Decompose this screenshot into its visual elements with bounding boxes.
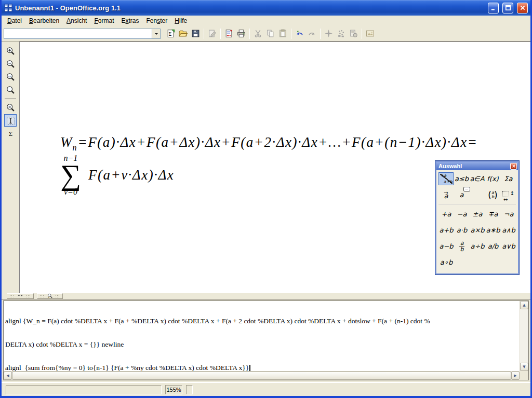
combobox-dropdown-button[interactable] [152,29,160,38]
navigator-icon [324,29,333,38]
autopilot-button [335,28,347,39]
formula-line-2: n−1 ∑ ν=0 F(a+ν·Δx)·Δx [60,154,477,196]
palette-category-brackets[interactable]: (ab) [485,188,500,201]
open-folder-icon [179,29,188,38]
scroll-down-button[interactable]: ▼ [520,363,528,371]
palette-symbol-button[interactable]: a·b [455,224,470,237]
print-button[interactable] [235,28,247,39]
palette-symbol-button[interactable]: a∗b [486,224,501,237]
palette-category-other[interactable]: a··· [454,188,469,201]
symbols-catalog-button[interactable]: Σ [4,127,17,140]
palette-symbol-button[interactable]: +a [439,208,454,221]
scroll-track[interactable] [520,309,528,363]
palette-symbol-button[interactable]: a∨b [501,240,516,253]
fraction-icon: ab [459,240,465,252]
toolbar-separator [249,29,250,39]
menu-hilfe[interactable]: Hilfe [171,16,191,25]
update-view-button[interactable] [4,101,17,114]
save-floppy-icon [191,29,200,38]
menu-datei[interactable]: Datei [4,16,25,25]
palette-symbol-button[interactable]: a∧b [501,224,516,237]
gallery-icon [366,29,375,38]
palette-symbol-button[interactable]: ±a [470,208,485,221]
palette-symbol-button[interactable]: a+b [439,224,454,237]
url-input[interactable] [4,29,152,38]
zoom-100-icon: 100 [6,73,15,81]
menu-format[interactable]: Format [90,16,117,25]
palette-symbol-button[interactable]: −a [455,208,470,221]
app-icon[interactable] [4,4,12,12]
zoom-all-button[interactable] [4,84,17,96]
scrollbar-corner [520,371,528,380]
menu-extras[interactable]: Extras [118,16,143,25]
zoom-in-button[interactable] [4,45,17,57]
palette-symbol-button[interactable]: a−b [439,240,454,253]
palette-category-operators[interactable]: Σa [501,172,516,185]
palette-category-attributes[interactable]: →a [438,188,454,201]
save-button[interactable] [190,28,202,39]
formula-line-1: Wn=F(a)·Δx+F(a+Δx)·Δx+F(a+2·Δx)·Δx+…+F(a… [60,134,477,150]
palette-category-formats[interactable]: ↕↔ [501,188,516,201]
toolbar-separator [220,29,221,39]
splitter-tool-handle[interactable] [37,293,63,299]
palette-symbol-button[interactable]: ¬a [501,208,516,221]
palette-categories: +aa+ba≤ba∈Af(x)Σa→aa···(ab)↕↔ [438,172,517,201]
palette-close-button[interactable] [510,163,517,170]
palette-symbol-button[interactable]: a÷b [470,240,485,253]
horizontal-scrollbar[interactable]: ◀ ▶ [4,371,520,380]
grip-dots [9,295,15,298]
vertical-scrollbar[interactable]: ▲ ▼ [520,301,528,371]
undo-button[interactable] [294,28,305,39]
scroll-left-button[interactable]: ◀ [4,372,12,380]
palette-category-set-operations[interactable]: a∈A [470,172,485,185]
formula-display: Wn=F(a)·Δx+F(a+Δx)·Δx+F(a+2·Δx)·Δx+…+F(a… [60,134,477,196]
hide-commands-handle[interactable] [7,293,34,299]
menu-bearbeiten[interactable]: Bearbeiten [25,16,63,25]
paste-button [277,28,289,39]
formula-source-editor[interactable]: alignl {W_n = F(a) cdot %DELTA x + F(a +… [4,301,520,371]
zoom-100-button[interactable]: 100 [4,71,17,83]
grip-dots [55,295,60,298]
palette-symbol-button[interactable]: a×b [470,224,485,237]
palette-symbol-row: a−baba÷ba/ba∨b [438,238,517,254]
menu-fenster[interactable]: Fenster [143,16,171,25]
palette-category-relations[interactable]: a≤b [454,172,469,185]
scroll-thumb[interactable] [12,372,511,380]
formula-subscript-n: n [73,143,77,153]
scroll-up-button[interactable]: ▲ [520,301,528,309]
undo-icon [295,29,304,38]
url-combobox[interactable] [4,29,161,39]
toolbar-separator [320,29,321,39]
palette-symbol-button[interactable]: a/b [486,240,501,253]
open-button[interactable] [177,28,189,39]
svg-text:Σ: Σ [8,130,12,138]
copy-icon [266,29,275,38]
svg-text:Σ: Σ [169,31,172,37]
palette-symbol-button[interactable]: ∓a [486,208,501,221]
export-document-button[interactable] [223,28,235,39]
palette-category-unary-binary-operators[interactable]: +aa+b [438,172,454,185]
formula-line2-body: F(a+ν·Δx)·Δx [88,167,174,183]
sigma-glyph: ∑ [60,162,81,187]
toolbar-separator [291,29,291,39]
palette-category-functions[interactable]: f(x) [485,172,500,185]
minimize-button[interactable] [488,3,499,13]
formula-line1-body: =F(a)·Δx+F(a+Δx)·Δx+F(a+2·Δx)·Δx+…+F(a+(… [78,134,478,150]
minimize-icon [490,5,497,11]
scroll-right-button[interactable]: ▶ [511,372,520,380]
palette-title-bar[interactable]: Auswahl [436,162,518,170]
formula-cursor-button[interactable] [4,114,17,127]
close-button[interactable] [517,3,528,13]
menu-ansicht[interactable]: Ansicht [63,16,90,25]
zoom-out-button[interactable] [4,58,17,70]
palette-symbol-button[interactable]: ab [455,240,470,253]
zoom-level-panel[interactable]: 155% [165,385,182,394]
sigma-doc-icon: Σ [166,29,175,38]
window-title: Unbenannt1 - OpenOffice.org 1.1 [15,4,484,12]
maximize-button[interactable] [502,3,513,13]
palette-symbol-button[interactable]: a∘b [439,256,454,269]
gallery-button [364,28,376,39]
new-formula-button[interactable]: Σ [165,28,177,39]
formats-icon: ↕↔ [502,190,514,200]
splitter-bar[interactable] [2,293,530,299]
